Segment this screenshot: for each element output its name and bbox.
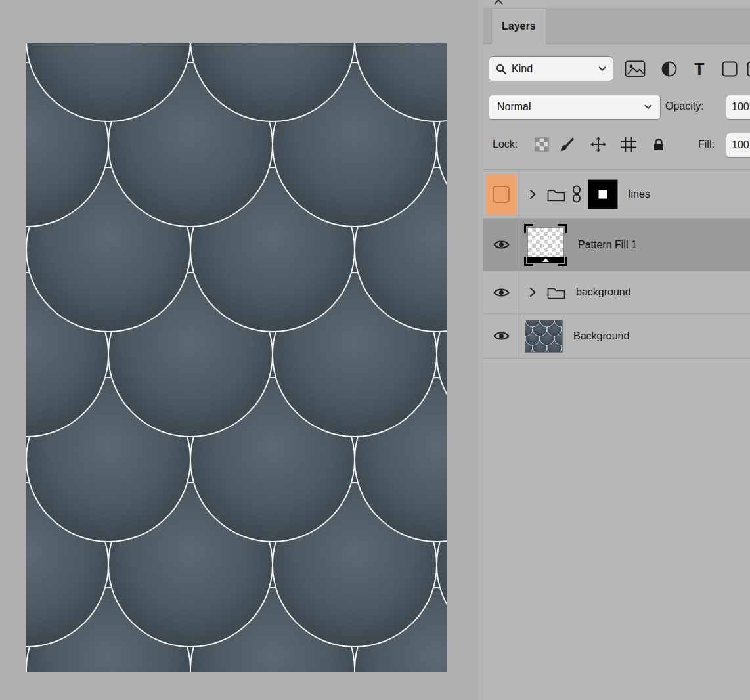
- blend-mode-label: Normal: [497, 101, 531, 113]
- lock-position-button[interactable]: [588, 135, 608, 154]
- layer-list: lines Pattern Fill 1: [483, 169, 750, 359]
- layers-panel: Layers Kind T Normal Opacity:: [483, 0, 750, 700]
- lock-artboard-nesting-button[interactable]: [619, 135, 638, 154]
- filter-kind-dropdown[interactable]: Kind: [489, 56, 613, 81]
- blend-mode-dropdown[interactable]: Normal: [489, 95, 661, 120]
- lock-label: Lock:: [493, 139, 518, 150]
- visibility-well-background-group[interactable]: [483, 271, 519, 313]
- canvas-pattern-svg: [26, 43, 447, 672]
- filter-pixel-layers-button[interactable]: [624, 59, 646, 79]
- filter-type-layers-button[interactable]: T: [688, 59, 711, 79]
- transparency-checker-icon: [535, 137, 549, 152]
- lock-icon: [652, 137, 665, 152]
- expand-chevron-icon[interactable]: [529, 287, 537, 297]
- type-layers-icon: T: [694, 61, 704, 77]
- fill-value: 100: [732, 139, 749, 151]
- shape-layers-icon: [721, 60, 738, 77]
- lock-all-button[interactable]: [649, 135, 669, 154]
- visibility-well-pattern-fill[interactable]: [483, 219, 519, 271]
- visibility-well-background[interactable]: [483, 314, 519, 358]
- lock-image-pixels-button[interactable]: [557, 135, 577, 154]
- eye-icon[interactable]: [493, 239, 510, 250]
- chevron-down-icon: [644, 104, 652, 110]
- smart-object-icon: [746, 60, 750, 77]
- group-mask-thumbnail[interactable]: [588, 179, 618, 209]
- opacity-value: 100: [732, 101, 749, 113]
- filter-smart-object-button[interactable]: [743, 59, 750, 79]
- layer-row-background-group[interactable]: background: [483, 271, 750, 314]
- photoshop-workspace: Layers Kind T Normal Opacity:: [0, 0, 750, 700]
- filter-shape-layers-button[interactable]: [718, 59, 741, 79]
- layer-color-label-orange[interactable]: [486, 174, 517, 215]
- background-thumbnail-svg: [525, 320, 562, 352]
- opacity-label: Opacity:: [665, 100, 704, 112]
- pattern-fill-thumbnail[interactable]: [524, 224, 567, 266]
- filter-adjustment-layers-button[interactable]: [658, 59, 680, 79]
- adjustment-layers-icon: [661, 60, 678, 77]
- filter-kind-label: Kind: [512, 63, 533, 75]
- folder-icon: [547, 187, 565, 202]
- layer-name: Pattern Fill 1: [578, 239, 637, 251]
- move-icon: [590, 137, 606, 152]
- panel-collapse-icon[interactable]: [493, 0, 504, 5]
- artboard-icon: [621, 137, 636, 152]
- layer-name: Background: [573, 330, 629, 342]
- visibility-well-lines[interactable]: [483, 170, 519, 218]
- tab-layers[interactable]: Layers: [491, 8, 546, 44]
- expand-chevron-icon[interactable]: [529, 189, 537, 200]
- chevron-down-icon: [598, 66, 606, 72]
- pixel-layers-icon: [625, 60, 646, 77]
- panel-tab-bar: Layers: [483, 8, 750, 43]
- eye-icon[interactable]: [493, 330, 510, 341]
- layer-name: background: [576, 286, 631, 298]
- thumb-corner: [524, 224, 533, 233]
- eye-icon[interactable]: [493, 287, 510, 298]
- folder-icon: [547, 285, 565, 299]
- lock-transparent-pixels-button[interactable]: [532, 135, 552, 154]
- layer-row-pattern-fill[interactable]: Pattern Fill 1: [483, 219, 750, 271]
- layer-name: lines: [629, 188, 650, 200]
- brush-icon: [559, 137, 575, 152]
- fill-input[interactable]: 100: [726, 133, 750, 158]
- search-icon: [496, 64, 507, 75]
- fill-label: Fill:: [698, 139, 715, 150]
- opacity-input[interactable]: 100: [726, 95, 750, 120]
- link-icon: [572, 185, 581, 203]
- layer-row-background[interactable]: Background: [483, 314, 750, 359]
- document-canvas[interactable]: [26, 43, 447, 672]
- background-layer-thumbnail[interactable]: [525, 320, 563, 353]
- fill-layer-flag-icon: [527, 257, 564, 263]
- tab-layers-label: Layers: [502, 20, 536, 32]
- thumb-corner: [558, 224, 567, 233]
- layer-row-lines[interactable]: lines: [483, 170, 750, 219]
